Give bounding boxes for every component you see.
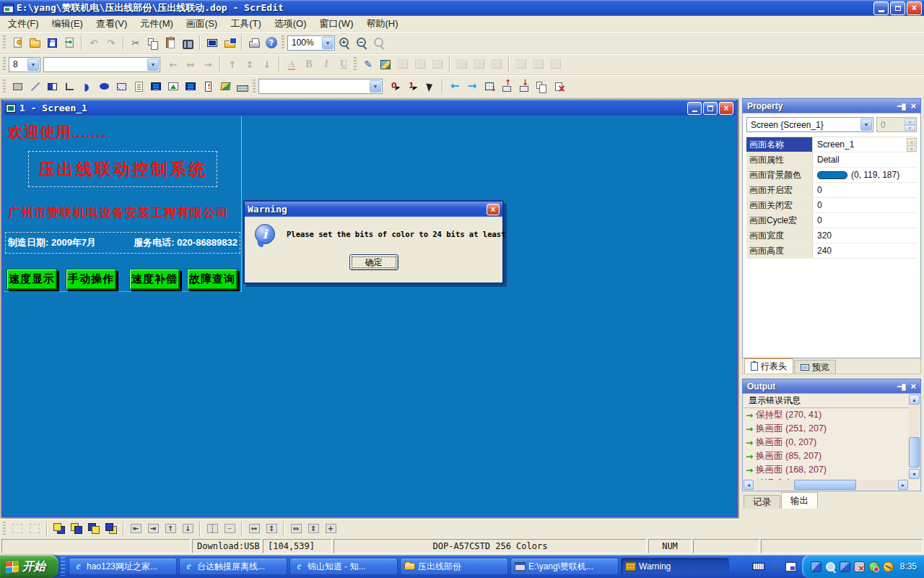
same-size-icon[interactable]: + bbox=[322, 520, 339, 537]
fault-query-button[interactable]: 故障查询 bbox=[187, 269, 237, 290]
menu-item[interactable]: 选项(O) bbox=[268, 16, 313, 32]
scroll-left-icon[interactable]: ◄ bbox=[744, 480, 754, 490]
picture-icon[interactable] bbox=[165, 78, 182, 95]
prop-row-width[interactable]: 画面宽度 320 bbox=[746, 228, 917, 243]
zoom-in-icon[interactable]: + bbox=[335, 35, 352, 51]
center-vertical-icon[interactable]: ┄ bbox=[221, 520, 238, 537]
italic-icon[interactable]: I bbox=[318, 56, 335, 73]
text-align-center-icon[interactable]: ↔ bbox=[182, 56, 199, 73]
close-button[interactable]: × bbox=[907, 1, 922, 15]
align-right-icon[interactable]: ⇥ bbox=[144, 520, 162, 537]
new-screen-icon[interactable] bbox=[204, 35, 221, 51]
property-value[interactable]: (0, 119, 187) bbox=[813, 168, 917, 182]
align-left-icon[interactable]: ⇤ bbox=[127, 520, 144, 537]
group-icon[interactable] bbox=[9, 520, 26, 537]
property-value[interactable]: 0 bbox=[813, 213, 917, 228]
property-object-combo[interactable]: Screen {Screen_1} ▼ bbox=[746, 117, 873, 132]
compile-icon[interactable] bbox=[481, 78, 498, 95]
scroll-right-icon[interactable]: ► bbox=[898, 480, 908, 490]
download-icon[interactable] bbox=[515, 78, 533, 95]
align-top-obj-icon[interactable] bbox=[513, 56, 530, 73]
font-size-combo[interactable]: 8 ▼ bbox=[9, 57, 40, 72]
send-backward-icon[interactable] bbox=[103, 520, 120, 537]
send-to-back-icon[interactable] bbox=[68, 520, 85, 537]
arc-icon[interactable]: ◗ bbox=[78, 78, 95, 95]
line-icon[interactable] bbox=[26, 78, 43, 95]
tray-audio-muted-icon[interactable] bbox=[854, 561, 865, 572]
flip-vertical-icon[interactable] bbox=[411, 56, 429, 73]
scrollbar-thumb[interactable] bbox=[794, 480, 856, 490]
export-icon[interactable] bbox=[61, 35, 78, 51]
print-icon[interactable] bbox=[245, 35, 263, 51]
start-button[interactable]: 开始 bbox=[0, 555, 58, 578]
multi-state-icon[interactable] bbox=[217, 78, 234, 95]
tray-search-icon[interactable] bbox=[825, 561, 836, 572]
output-item[interactable]: → 保持型 (270, 41) bbox=[743, 408, 920, 422]
space-evenly-horizontal-icon[interactable]: ↔ bbox=[245, 520, 263, 537]
output-item[interactable]: → 换画面 (0, 207) bbox=[743, 436, 920, 449]
keypad-icon[interactable] bbox=[234, 78, 251, 95]
scroll-down-icon[interactable]: ▼ bbox=[909, 469, 920, 479]
ungroup-icon[interactable] bbox=[26, 520, 43, 537]
redo-icon[interactable]: ↷ bbox=[103, 35, 120, 51]
output-horizontal-scrollbar[interactable]: ◄ ► bbox=[744, 480, 908, 490]
cut-icon[interactable]: ✂ bbox=[127, 35, 144, 51]
tray-app-icon-1[interactable] bbox=[811, 561, 821, 572]
menu-item[interactable]: 文件(F) bbox=[1, 16, 45, 32]
find-icon[interactable] bbox=[179, 35, 196, 51]
upload-icon[interactable] bbox=[498, 78, 515, 95]
prop-row-screen-name[interactable]: 画面名称 Screen_1 bbox=[746, 137, 917, 152]
rotate-icon[interactable] bbox=[429, 56, 446, 73]
output-item[interactable]: → 换画面 (251, 207) bbox=[743, 422, 920, 436]
chevron-down-icon[interactable]: ▼ bbox=[27, 59, 39, 71]
open-screen-icon[interactable] bbox=[221, 35, 238, 51]
next-screen-icon[interactable]: → bbox=[463, 78, 481, 95]
draw-mode-icon[interactable]: ✎ bbox=[359, 56, 377, 73]
screen-canvas[interactable]: 欢迎使用....... 压出线联动控制系统 广州市赞联机电设备安装工程有限公司 … bbox=[4, 116, 736, 515]
task-jinshan[interactable]: 锦山知道 - 知... bbox=[289, 558, 398, 575]
output-item[interactable]: → 换画面 (85, 207) bbox=[743, 449, 920, 463]
prop-row-open-macro[interactable]: 画面开启宏 0 bbox=[746, 183, 917, 198]
prop-row-bg-color[interactable]: 画面背景颜色 (0, 119, 187) bbox=[746, 168, 917, 183]
toolbar-grip[interactable] bbox=[282, 35, 284, 50]
pointer-0-icon[interactable]: 0 bbox=[387, 78, 404, 95]
polyline-icon[interactable] bbox=[61, 78, 78, 95]
tray-security-icon[interactable] bbox=[881, 560, 894, 573]
bring-forward-icon[interactable] bbox=[85, 520, 103, 537]
toolbar-grip[interactable] bbox=[253, 79, 256, 94]
same-height-icon[interactable]: ⇕ bbox=[305, 520, 322, 537]
pointer-1-icon[interactable]: 1 bbox=[404, 78, 422, 95]
system-title-text[interactable]: 压出线联动控制系统 bbox=[28, 151, 217, 187]
tray-status-icon[interactable] bbox=[868, 561, 879, 572]
output-vertical-scrollbar[interactable]: ▲ ▼ bbox=[909, 394, 920, 479]
toolbar-grip[interactable] bbox=[3, 57, 6, 72]
delete-screen-icon[interactable] bbox=[550, 78, 567, 95]
zoom-out-icon[interactable]: − bbox=[352, 35, 370, 51]
manual-operation-button[interactable]: 手动操作 bbox=[66, 269, 116, 290]
ime-icon[interactable] bbox=[785, 562, 796, 571]
filled-rect-icon[interactable] bbox=[43, 78, 61, 95]
tab-preview[interactable]: 预览 bbox=[794, 360, 836, 374]
space-evenly-vertical-icon[interactable]: ↕ bbox=[263, 520, 280, 537]
property-index-spinner[interactable]: 0 ▲▼ bbox=[876, 117, 917, 132]
property-scroll-buttons[interactable]: ▲▼ bbox=[907, 138, 917, 152]
keyboard-icon[interactable] bbox=[752, 563, 764, 570]
output-panel-header[interactable]: Output × bbox=[742, 379, 921, 393]
prop-row-cycle-macro[interactable]: 画面Cycle宏 0 bbox=[746, 213, 917, 228]
tab-record[interactable]: 记录 bbox=[744, 495, 780, 509]
align-bottom-icon[interactable]: ↓ bbox=[179, 520, 196, 537]
chevron-down-icon[interactable]: ▼ bbox=[322, 37, 334, 49]
zoom-select-icon[interactable] bbox=[370, 35, 387, 51]
minimize-button[interactable] bbox=[873, 1, 889, 15]
warning-close-button[interactable]: × bbox=[487, 204, 500, 215]
task-hao123[interactable]: hao123网址之家... bbox=[69, 558, 177, 575]
ellipse-icon[interactable] bbox=[95, 78, 113, 95]
text-align-bottom-icon[interactable]: ↓ bbox=[258, 56, 276, 73]
macro-pointer-icon[interactable] bbox=[422, 78, 439, 95]
pen-icon[interactable]: ✎ bbox=[769, 561, 781, 572]
toolbar-grip[interactable] bbox=[3, 35, 6, 50]
chevron-down-icon[interactable]: ▼ bbox=[147, 59, 159, 71]
message-display-icon[interactable] bbox=[182, 78, 199, 95]
toolbar-grip[interactable] bbox=[354, 57, 357, 72]
property-value[interactable]: 240 bbox=[813, 243, 917, 258]
